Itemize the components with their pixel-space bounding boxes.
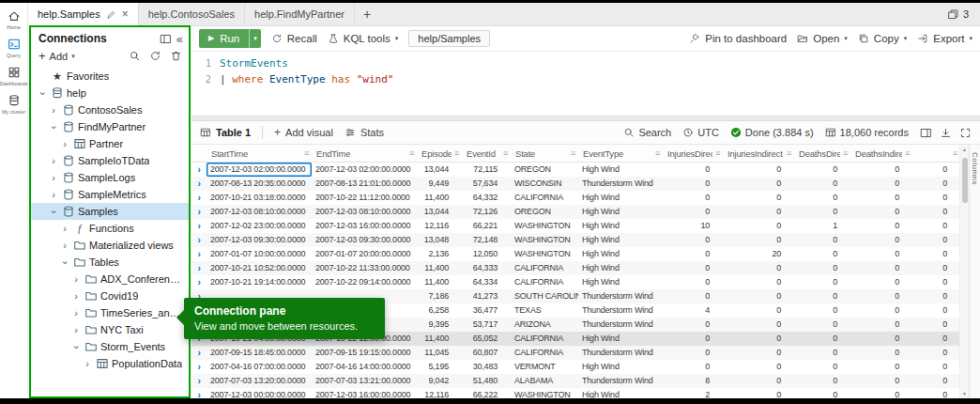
grid-cell[interactable]: 0 [912,332,960,346]
run-button[interactable]: ▶ Run ▾ [199,29,261,48]
table-row[interactable]: ›2007-12-03 00:00:00.00002007-12-03 16:0… [191,388,960,398]
tree-item-covid19[interactable]: ›Covid19 [31,287,189,304]
grid-cell[interactable]: 0 [912,303,960,318]
grid-cell[interactable]: 0 [850,163,912,177]
grid-cell[interactable]: 0 [663,332,723,346]
download-icon[interactable] [940,127,952,139]
grid-cell[interactable]: 2007-12-03 09:30:00.0000 [207,233,312,247]
grid-cell[interactable]: 36,477 [462,303,511,318]
grid-cell[interactable]: 2007-07-03 13:21:00.0000 [312,374,417,388]
row-expand-icon[interactable]: › [191,163,207,177]
grid-cell[interactable]: 13,044 [417,205,462,219]
collapse-chevron-icon[interactable]: › [60,256,70,268]
grid-cell[interactable]: 0 [912,346,960,360]
column-menu-icon[interactable]: ≡ [843,148,848,158]
tree-item-nyc-taxi[interactable]: ›NYC Taxi [31,321,189,338]
grid-cell[interactable]: 0 [850,191,912,205]
table-row[interactable]: ›2007-07-03 13:20:00.00002007-07-03 13:2… [191,374,960,388]
grid-cell[interactable]: 9,449 [417,177,462,191]
grid-cell[interactable]: 2007-08-13 21:01:00.0000 [312,177,417,191]
tab-help-findmypartner[interactable]: help.FindMyPartner [245,3,355,25]
grid-cell[interactable]: 5,195 [417,360,462,374]
grid-cell[interactable]: 7,186 [417,289,462,303]
grid-cell[interactable]: 41,273 [462,289,511,303]
grid-cell[interactable]: 0 [723,303,794,318]
grid-cell[interactable]: CALIFORNIA [511,275,578,289]
row-expand-icon[interactable]: › [191,219,207,233]
column-header-starttime[interactable]: StartTime≡ [207,145,312,162]
grid-cell[interactable]: 0 [850,275,912,289]
table-row[interactable]: ›2007-09-15 18:45:00.00002007-09-15 19:1… [191,346,960,360]
vertical-scrollbar[interactable]: ▲ ▼ [959,145,969,398]
grid-cell[interactable]: VERMONT [511,360,578,374]
column-menu-icon[interactable]: ≡ [503,148,508,158]
column-header-injuriesindirect[interactable]: InjuriesIndirect≡ [723,145,794,162]
editor-code[interactable]: StormEvents| where EventType has "wind" [220,55,980,116]
open-button[interactable]: Open ▾ [797,33,848,44]
grid-cell[interactable]: 0 [850,332,912,346]
column-header-injuriesdirect[interactable]: InjuriesDirect≡ [663,145,723,162]
grid-cell[interactable]: 2007-12-03 16:00:00.0000 [312,388,417,398]
column-header-deathsdirect[interactable]: DeathsDirect≡ [794,145,850,162]
collapse-chevron-icon[interactable]: › [71,341,82,352]
pin-to-dashboard-button[interactable]: Pin to dashboard [689,33,787,44]
columns-side-panel-tab[interactable]: Columns [969,145,980,398]
grid-cell[interactable]: CALIFORNIA [511,346,578,360]
column-header-endtime[interactable]: EndTime≡ [312,145,417,162]
grid-cell[interactable]: 0 [912,191,960,205]
grid-cell[interactable]: 0 [663,275,723,289]
grid-cell[interactable]: 0 [850,233,912,247]
grid-cell[interactable]: 0 [912,360,960,374]
grid-cell[interactable]: High Wind [578,219,663,233]
grid-cell[interactable]: Thunderstorm Wind [578,346,663,360]
grid-cell[interactable]: 0 [850,388,912,398]
grid-cell[interactable]: 0 [794,360,850,374]
row-expand-icon[interactable]: › [191,191,207,205]
grid-cell[interactable]: 0 [850,177,912,191]
grid-cell[interactable]: 2007-10-22 11:12:00.0000 [312,191,417,205]
table-row[interactable]: ›2007-01-07 10:00:00.00002007-01-07 20:0… [191,247,960,261]
tree-item-adx-conferences[interactable]: ›ADX_Conferences [31,271,189,287]
grid-cell[interactable]: 0 [794,346,850,360]
grid-cell[interactable]: 2007-01-07 10:00:00.0000 [207,247,312,261]
grid-cell[interactable]: 0 [794,247,850,261]
grid-cell[interactable]: 2007-09-15 18:45:00.0000 [207,346,312,360]
grid-cell[interactable]: WASHINGTON [511,388,578,398]
grid-cell[interactable]: TEXAS [511,303,578,318]
add-visual-button[interactable]: + Add visual [274,127,333,138]
grid-cell[interactable]: 2007-01-07 20:00:00.0000 [312,247,417,261]
scrollbar-thumb[interactable] [962,158,968,203]
expand-chevron-icon[interactable]: › [59,224,70,234]
grid-cell[interactable]: 30,483 [462,360,511,374]
grid-cell[interactable]: 2007-12-03 02:00:00.0000 [312,163,417,177]
grid-cell[interactable]: High Wind [578,247,663,261]
grid-cell[interactable]: 0 [723,388,794,398]
delete-icon[interactable] [170,50,182,62]
grid-cell[interactable]: 65,052 [462,332,511,346]
row-expand-icon[interactable]: › [191,388,207,398]
grid-cell[interactable]: Thunderstorm Wind [578,303,663,318]
grid-cell[interactable]: 2007-12-03 08:10:00.0000 [312,205,417,219]
scroll-down-icon[interactable]: ▼ [960,390,969,397]
tree-item-partner[interactable]: ›Partner [31,135,189,152]
grid-cell[interactable]: 0 [850,219,912,233]
grid-cell[interactable]: 2007-10-21 19:14:00.0000 [207,275,312,289]
column-menu-icon[interactable]: ≡ [304,148,309,158]
tree-item-populationdata[interactable]: ›PopulationData [31,355,189,372]
grid-cell[interactable]: 0 [850,247,912,261]
grid-cell[interactable]: 0 [794,177,850,191]
expand-chevron-icon[interactable]: › [48,190,59,200]
tree-item-sampleiotdata[interactable]: ›SampleIoTData [31,152,189,169]
grid-cell[interactable]: High Wind [578,388,663,398]
grid-cell[interactable]: 0 [663,163,723,177]
grid-cell[interactable]: 0 [912,163,960,177]
collapse-chevron-icon[interactable]: › [49,121,59,132]
rail-item-query[interactable]: Query [0,38,27,58]
timezone-selector[interactable]: UTC [682,127,719,138]
grid-cell[interactable]: 66,221 [462,219,511,233]
grid-cell[interactable]: 0 [794,332,850,346]
table-row[interactable]: ›2007-12-03 08:10:00.00002007-12-03 08:1… [191,205,960,219]
collapse-chevron-icon[interactable]: › [38,87,48,99]
row-expand-icon[interactable]: › [191,205,207,219]
column-menu-icon[interactable]: ≡ [715,148,720,158]
